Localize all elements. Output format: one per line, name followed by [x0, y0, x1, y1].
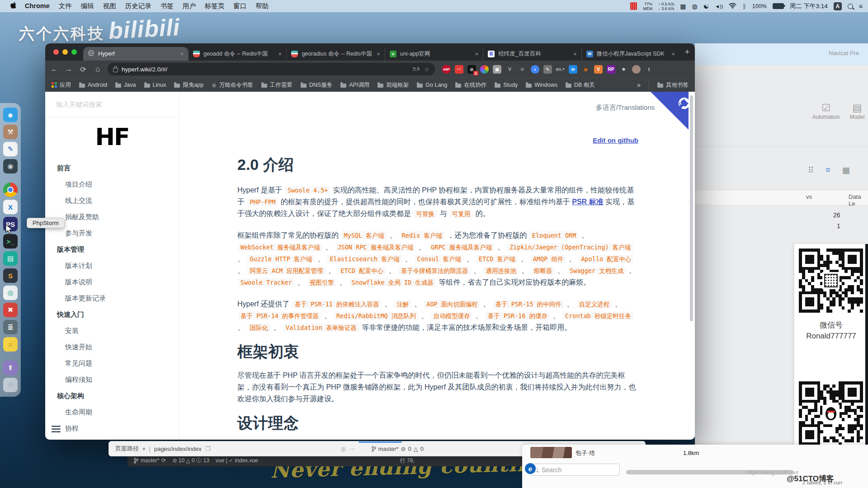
tab-active[interactable]: Hyperf× [83, 47, 188, 61]
browser-menu-icon[interactable]: ⋮ [645, 65, 653, 74]
url-text[interactable]: hyperf.wiki/2.0/#/ [122, 66, 167, 73]
preview-eye-icon[interactable]: ◎ [340, 446, 345, 452]
bookmark-7[interactable]: DNS服务 [301, 81, 332, 89]
caret-down-icon[interactable]: ▾ [142, 446, 146, 452]
bookmark-6[interactable]: 工作需要 [261, 81, 292, 89]
utility-hammer-icon[interactable]: ⚒ [3, 125, 18, 139]
battery-icon[interactable] [773, 3, 784, 9]
color-picker-icon[interactable] [480, 65, 489, 74]
forward-icon[interactable]: → [64, 65, 73, 73]
docs-search-input[interactable] [55, 100, 169, 108]
trash-icon[interactable]: ♲ [3, 378, 18, 392]
sidebar-item-编程须知[interactable]: 编程须知 [57, 371, 179, 388]
tab-4[interactable]: 百经纬度_百度百科× [483, 47, 581, 61]
detail-view-icon[interactable]: ▦ [842, 165, 850, 175]
menubar-item-7[interactable]: 标签页 [200, 2, 229, 9]
sidebar-item-常见问题[interactable]: 常见问题 [57, 355, 179, 371]
git-branch-status[interactable]: master* ⟳ [134, 457, 166, 464]
annotate-icon[interactable]: ✎ [543, 65, 552, 74]
bookmark-5[interactable]: ⊕万能命令书签 [212, 81, 253, 89]
navicat-automation-button[interactable]: ☑ Automation [809, 102, 843, 120]
bookmark-2[interactable]: Java [115, 82, 136, 88]
menubar-clock[interactable]: 周二 下午3:14 [790, 2, 828, 10]
night-mode-icon[interactable]: ◗ [531, 65, 539, 74]
other-bookmarks-button[interactable]: 其他书签 [657, 81, 689, 89]
navicat-model-button[interactable]: ▤ Model [847, 102, 868, 120]
problems-status[interactable]: ⊘ 10 △ 0 ⓘ 13 [172, 457, 209, 465]
screenshot-camera-icon[interactable]: ▣ [493, 65, 501, 74]
pen-icon[interactable]: ✎ [3, 142, 18, 156]
gear-icon[interactable]: ⚙ [518, 65, 527, 74]
lock-icon[interactable] [113, 68, 118, 72]
menubar-item-3[interactable]: 视图 [99, 2, 121, 9]
sidebar-item-版本更新记录[interactable]: 版本更新记录 [57, 290, 179, 306]
content-scrollbar[interactable] [690, 95, 693, 321]
bookmark-11[interactable]: 在线协作 [455, 81, 486, 89]
adblock-plus-icon[interactable]: ABP [442, 65, 451, 74]
sidebar-toggle-icon[interactable] [52, 424, 61, 434]
translate-en-icon[interactable]: en↗ [556, 65, 565, 74]
minimize-window-button[interactable] [62, 49, 68, 55]
bookmark-3[interactable]: Linux [144, 82, 166, 88]
grid-view-icon[interactable]: ⠿ [808, 165, 814, 175]
bookmark-10[interactable]: Go Lang [417, 82, 447, 88]
vue-devtools-icon[interactable]: V [594, 65, 603, 74]
tab-1[interactable]: geoadd 命令 -- Redis中国× [188, 47, 286, 61]
git-branch-status[interactable]: master* ⊘0 △0 [372, 446, 424, 452]
column-header[interactable]: Data Le [849, 193, 868, 207]
bookmark-9[interactable]: 前端框架 [377, 81, 409, 89]
zoom-window-button[interactable] [71, 49, 77, 55]
edit-on-github-link[interactable]: Edit on github [593, 136, 638, 144]
tab-close-icon[interactable]: × [180, 51, 184, 57]
list-view-icon[interactable]: ≡ [826, 165, 830, 175]
tab-close-icon[interactable]: × [671, 51, 675, 57]
code-s-icon[interactable]: S [3, 268, 18, 283]
profile-avatar-icon[interactable] [632, 65, 641, 74]
tab-close-icon[interactable]: × [475, 51, 479, 57]
memory-monitor-icon[interactable] [630, 2, 637, 10]
utility-circle-icon[interactable]: ◍ [692, 3, 697, 10]
bookmark-1[interactable]: Android [79, 82, 107, 88]
copy-icon[interactable]: ❐ [205, 446, 211, 452]
stickies-icon[interactable]: ≡ [3, 337, 18, 352]
menubar-item-5[interactable]: 书签 [156, 2, 178, 9]
proxy-circle-icon[interactable]: ☯ [703, 3, 709, 10]
stats-grid-icon[interactable]: ▦ [680, 3, 686, 10]
input-method-icon[interactable]: A [834, 2, 842, 10]
tab-close-icon[interactable]: × [278, 51, 282, 57]
tab-5[interactable]: W微信小程序JavaScript SDK× [581, 47, 679, 61]
language-mode[interactable]: vue | ✓ index.vue [216, 457, 258, 464]
back-icon[interactable]: ← [50, 65, 59, 73]
bookmark-12[interactable]: Study [495, 82, 518, 88]
red-dots-icon[interactable]: ··· [455, 65, 463, 74]
sidebar-item-安装[interactable]: 安装 [57, 323, 179, 339]
bookmark-13[interactable]: Windows [526, 82, 557, 88]
more-dots-icon[interactable]: ⋯ [349, 446, 355, 452]
bookmark-0[interactable]: 应用 [52, 81, 71, 89]
tab-close-icon[interactable]: × [377, 51, 380, 57]
home-icon[interactable]: ⌂ [93, 65, 102, 73]
bookmark-8[interactable]: API调用 [340, 81, 369, 89]
menubar-item-4[interactable]: 历史记录 [121, 2, 156, 9]
sidebar-item-快速开始[interactable]: 快速开始 [57, 339, 179, 355]
page-path-value[interactable]: pages/index/index [154, 446, 202, 452]
translations-link[interactable]: 多语言/Translations [237, 103, 655, 112]
translate-icon[interactable]: 文A [412, 66, 420, 73]
blue-x-icon[interactable]: X [3, 200, 18, 214]
sidebar-item-版本说明[interactable]: 版本说明 [57, 274, 179, 290]
chrome-icon[interactable] [3, 183, 18, 197]
menubar-item-1[interactable]: 文件 [54, 2, 76, 9]
apple-menu-icon[interactable] [5, 2, 20, 10]
camera-gear-icon[interactable]: ◉ [3, 159, 18, 174]
close-window-button[interactable] [53, 49, 59, 55]
reload-icon[interactable]: ⟳ [79, 65, 88, 74]
column-header[interactable]: vs [806, 193, 812, 200]
photo-thumbnail[interactable] [530, 447, 572, 458]
volume-icon[interactable]: ◄)) [715, 4, 723, 9]
inline-link[interactable]: PSR 标准 [572, 198, 603, 206]
volume-ring-icon[interactable]: ◉ [581, 65, 590, 74]
red-x-icon[interactable]: ✖ [3, 303, 18, 317]
bookmark-14[interactable]: DB 相关 [566, 81, 595, 89]
axure-rp-icon[interactable]: RP [607, 65, 615, 74]
finder-icon[interactable]: ☻ [3, 108, 18, 122]
